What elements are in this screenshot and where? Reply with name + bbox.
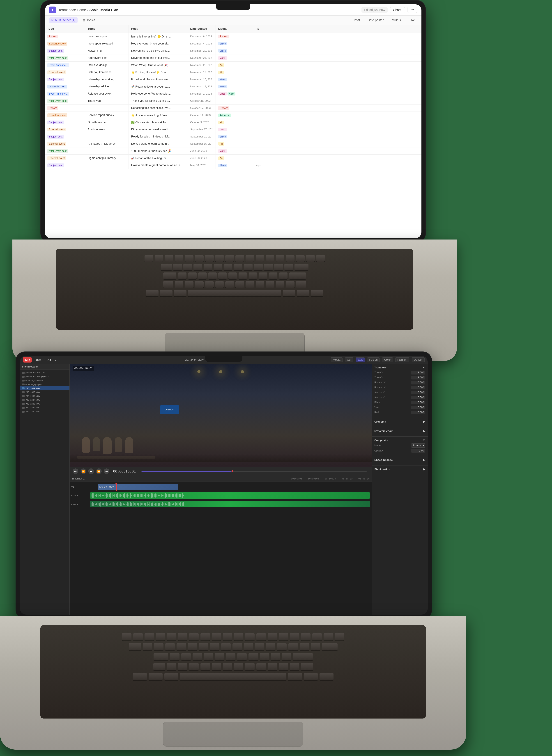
ve-file-item[interactable]: product_02_4867.PNG <box>20 371 70 374</box>
table-row[interactable]: Event Announc... Inclusive design Woop W… <box>45 62 421 69</box>
ve-media-btn[interactable]: Media <box>331 357 342 362</box>
table-row[interactable]: Subject post Internship networking For a… <box>45 76 421 83</box>
cell-topic: Internship advice <box>85 83 129 90</box>
ve-file-item[interactable]: IMG_2485.MOV <box>20 390 70 394</box>
ve-edit-btn[interactable]: Edit <box>356 357 365 362</box>
ve-cut-btn[interactable]: Cut <box>345 357 354 362</box>
ve-file-item[interactable]: external_data.PNG <box>20 379 70 383</box>
ve-composite-mode-select[interactable]: Normal <box>411 443 425 448</box>
ve-position-y-input[interactable] <box>411 386 425 390</box>
ve-step-fwd-btn[interactable]: ⏩ <box>96 468 102 474</box>
ve-fusion-btn[interactable]: Fusion <box>367 357 380 362</box>
ve-audio-clip[interactable] <box>90 501 370 507</box>
ve-timeline[interactable]: Timelinen 1 00:00:00 00:00:05 00:00:10 0… <box>70 476 372 615</box>
ve-playhead[interactable] <box>116 483 117 491</box>
post-btn[interactable]: Post <box>352 17 362 23</box>
table-row[interactable]: External event AI midjourney Did you mis… <box>45 126 421 133</box>
ve-file-item[interactable]: IMG_2489.MOV <box>20 406 70 410</box>
app-logo: T <box>49 7 56 13</box>
table-row[interactable]: Repost comic sans post Isn't this intere… <box>45 33 421 40</box>
ve-file-item[interactable]: IMG_2484.MOV <box>20 386 70 390</box>
table-row[interactable]: Extra Event etc Service report survey 🌟 … <box>45 112 421 119</box>
ve-zoom-x-input[interactable] <box>411 371 425 374</box>
table-row[interactable]: Subject post Growth mindset ✅ Choose You… <box>45 119 421 126</box>
ve-fairlight-btn[interactable]: Fairlight <box>395 357 409 362</box>
ve-file-item[interactable]: external_stpa.png <box>20 383 70 386</box>
ve-roll-input[interactable] <box>411 411 425 414</box>
bottom-laptop-trackpad[interactable] <box>163 722 303 747</box>
ve-ffwd-btn[interactable]: ⏭ <box>104 468 109 474</box>
share-button[interactable]: Share <box>390 7 405 13</box>
ve-audio1-label: Audio 1 <box>71 503 78 506</box>
multi-select-btn[interactable]: ☑ Multi-select (1) <box>49 17 78 23</box>
ve-file-name: external_data.PNG <box>25 379 43 382</box>
ve-file-icon <box>22 411 24 413</box>
ve-track-content-v1[interactable]: IMG_2484.MOV <box>88 483 372 491</box>
ve-track-label-v1: V1 <box>70 483 88 491</box>
ve-color-btn[interactable]: Color <box>382 357 393 362</box>
ve-zoom-y-input[interactable] <box>411 376 425 380</box>
ve-file-item[interactable]: IMG_2487.MOV <box>20 398 70 402</box>
table-row[interactable]: Extra Event etc more spots released Hey … <box>45 40 421 47</box>
ve-file-item[interactable]: IMG_2490.MOV <box>20 410 70 414</box>
table-row[interactable]: External event AI images (midjourney) Do… <box>45 140 421 147</box>
ve-track-content-video1[interactable] <box>88 492 372 500</box>
table-row[interactable]: Repost Reposting this essential surve...… <box>45 105 421 112</box>
breadcrumb-home[interactable]: Teamspace Home <box>58 8 86 12</box>
cell-extra <box>253 40 284 47</box>
ve-clip-blue[interactable]: IMG_2484.MOV <box>98 484 178 490</box>
ve-clip-green[interactable] <box>90 493 370 499</box>
table-row[interactable]: External event Data(faj) konferens 🌟 Exc… <box>45 69 421 76</box>
cell-media: Pic <box>216 69 253 76</box>
cell-extra <box>253 83 284 90</box>
table-row[interactable]: Subject post Ready for a big mindset shi… <box>45 133 421 140</box>
table-row[interactable]: After Event post Thank you Thank you for… <box>45 97 421 105</box>
ve-yaw-input[interactable] <box>411 406 425 409</box>
table-row[interactable]: Interactive post Internship advice 🚀 Rea… <box>45 83 421 90</box>
multi-col-btn[interactable]: Multi-s... <box>390 17 406 23</box>
ve-file-item[interactable]: IMG_2486.MOV <box>20 394 70 398</box>
table-row[interactable]: After Event post After event post Never … <box>45 55 421 62</box>
ve-composite-title[interactable]: Composite ▼ <box>374 439 425 442</box>
ve-file-item[interactable]: product_02_4867(1).PNG <box>20 374 70 379</box>
ve-file-item[interactable]: IMG_2488.MOV <box>20 402 70 406</box>
ve-rewind-btn[interactable]: ⏮ <box>73 468 78 474</box>
cell-topic: After event post <box>85 55 129 62</box>
more-button[interactable]: ••• <box>407 7 417 13</box>
ve-anchor-y-input[interactable] <box>411 396 425 399</box>
topics-btn[interactable]: ⊞ Topics <box>81 17 98 23</box>
ve-position-x-input[interactable] <box>411 381 425 385</box>
ve-speed-title[interactable]: Speed Change ▶ <box>374 458 425 462</box>
ve-opacity-label: Opacity <box>374 449 383 452</box>
ve-anchor-x-input[interactable] <box>411 391 425 395</box>
ve-cropping-title[interactable]: Cropping ▶ <box>374 420 425 423</box>
ve-stabilisation-title[interactable]: Stabilisation ▶ <box>374 468 425 471</box>
ve-step-back-btn[interactable]: ⏪ <box>81 468 86 474</box>
bottom-laptop-screen: DR 00:00 23:17 IMG_2484.MOV Media Cut Ed… <box>20 356 428 615</box>
ve-file-list[interactable]: product_02_4867.PNG product_02_4867(1).P… <box>20 369 70 615</box>
date-btn[interactable]: Date posted <box>365 17 387 23</box>
data-table[interactable]: Type Topic Post Date posted Media Re Rep… <box>45 25 421 238</box>
ve-opacity-row: Opacity <box>374 449 425 453</box>
ve-pitch-input[interactable] <box>411 401 425 404</box>
ve-playbar[interactable]: ⏮ ⏪ ▶ ⏩ ⏭ 00:00:16:01 <box>70 466 372 476</box>
ve-dynamic-zoom-chevron: ▶ <box>423 429 425 433</box>
table-row[interactable]: Subject post How to create a great portf… <box>45 162 421 169</box>
ve-scrub-bar[interactable] <box>141 471 367 471</box>
table-row[interactable]: After Event post 1000 members -thanks vi… <box>45 147 421 154</box>
ve-track-content-audio1[interactable] <box>88 500 372 508</box>
ve-dynamic-zoom-title[interactable]: Dynamic Zoom ▶ <box>374 429 425 433</box>
ve-opacity-input[interactable] <box>411 449 425 453</box>
cell-media: Slides <box>216 76 253 83</box>
ve-scrub-thumb[interactable] <box>232 470 234 472</box>
top-laptop-trackpad[interactable] <box>165 333 305 354</box>
table-row[interactable]: Event Announc... Release your ticket Hel… <box>45 90 421 97</box>
re-btn[interactable]: Re <box>409 17 417 23</box>
breadcrumb-current[interactable]: Social Media Plan <box>89 8 118 12</box>
ve-file-icon <box>22 380 24 382</box>
ve-deliver-btn[interactable]: Deliver <box>412 357 425 362</box>
table-row[interactable]: External event Figma config summary 🚀 Re… <box>45 154 421 162</box>
app-toolbar: ☑ Multi-select (1) ⊞ Topics Post Date po… <box>45 16 421 25</box>
ve-play-btn[interactable]: ▶ <box>88 468 94 474</box>
table-row[interactable]: Subject post Networking Networking is a … <box>45 47 421 55</box>
